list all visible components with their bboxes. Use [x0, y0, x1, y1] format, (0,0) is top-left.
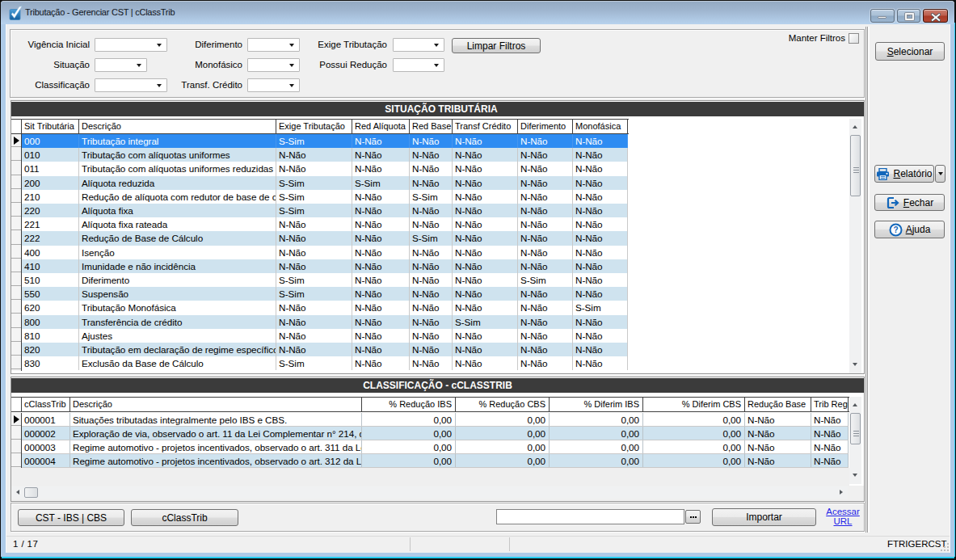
- svg-text:?: ?: [893, 225, 898, 234]
